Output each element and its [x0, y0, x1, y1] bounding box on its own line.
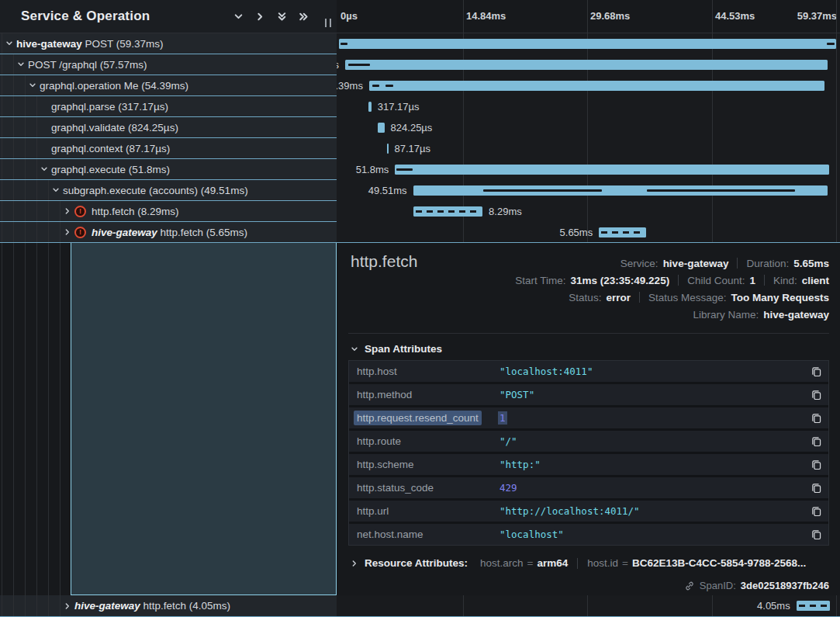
link-icon[interactable]	[684, 581, 695, 591]
span-attribute-row[interactable]: http.host"localhost:4011"	[349, 361, 828, 382]
chevron-right-icon[interactable]	[64, 207, 71, 215]
tree-row[interactable]: POST /graphql (57.57ms)	[0, 54, 337, 75]
waterfall-row: 824.25µs	[337, 117, 840, 138]
attribute-value[interactable]: "http:"	[498, 458, 542, 471]
attribute-key[interactable]: http.request.resend_count	[354, 411, 482, 425]
attribute-key[interactable]: http.url	[354, 504, 392, 518]
attribute-key[interactable]: net.host.name	[354, 527, 427, 542]
selected-span-expansion	[71, 243, 337, 595]
indent-guide	[25, 222, 26, 242]
copy-icon[interactable]	[811, 435, 822, 447]
span-attribute-row[interactable]: http.method"POST"	[349, 384, 828, 405]
attribute-key[interactable]: http.host	[354, 364, 400, 379]
attribute-key[interactable]: http.status_code	[354, 480, 437, 495]
attribute-value[interactable]: "/"	[498, 435, 519, 448]
chevron-right-icon[interactable]	[64, 602, 71, 610]
span-label: hive-gateway http.fetch (5.65ms)	[92, 227, 247, 238]
indent-guide	[2, 138, 2, 158]
chevron-down-icon[interactable]	[29, 81, 36, 89]
indent-guide	[36, 138, 37, 158]
indent-guide	[13, 180, 14, 200]
span-bar[interactable]	[345, 60, 828, 70]
span-attribute-row[interactable]: http.url"http://localhost:4011/"	[349, 501, 828, 522]
span-attribute-row[interactable]: net.host.name"localhost"	[349, 524, 828, 545]
chevron-down-icon[interactable]	[52, 186, 60, 194]
copy-icon[interactable]	[811, 459, 822, 470]
span-attribute-row[interactable]: http.scheme"http:"	[349, 454, 828, 475]
self-time-mark	[396, 168, 413, 171]
tree-row[interactable]: graphql.context (87.17µs)	[0, 138, 337, 159]
span-bar[interactable]	[413, 206, 483, 217]
gridline	[836, 595, 837, 616]
panel-resize-handle[interactable]	[325, 19, 331, 27]
indent-guide	[13, 96, 14, 116]
attribute-key[interactable]: http.scheme	[354, 457, 417, 472]
span-attributes-header[interactable]: Span Attributes	[351, 343, 442, 355]
tree-row[interactable]: graphql.parse (317.17µs)	[0, 96, 337, 117]
span-bar[interactable]	[369, 81, 824, 91]
span-bar[interactable]	[599, 227, 646, 237]
indent-guide	[25, 243, 26, 595]
tree-row[interactable]: graphql.validate (824.25µs)	[0, 117, 337, 138]
metadata-line: Start Time:31ms (23:35:49.225)Child Coun…	[515, 272, 829, 289]
copy-icon[interactable]	[811, 482, 822, 494]
copy-icon[interactable]	[811, 389, 822, 400]
tree-row[interactable]: !hive-gateway http.fetch (5.65ms)	[0, 222, 337, 243]
metadata-value: error	[606, 292, 631, 303]
indent-guide	[2, 222, 2, 242]
duration-label: 5.65ms	[546, 227, 593, 238]
chevron-down-icon[interactable]	[233, 12, 244, 22]
chevron-down-icon[interactable]	[17, 61, 25, 68]
span-bar[interactable]	[797, 601, 831, 611]
chevron-down-icon[interactable]	[5, 40, 13, 47]
attribute-key[interactable]: http.route	[354, 434, 404, 449]
tree-row[interactable]: !http.fetch (8.29ms)	[0, 201, 337, 222]
metadata-label: Library Name:	[693, 309, 759, 321]
waterfall-row: 317.17µs	[337, 96, 840, 117]
span-bar[interactable]	[378, 123, 385, 133]
double-chevron-right-icon[interactable]	[299, 12, 309, 22]
attribute-value[interactable]: 1	[498, 411, 507, 425]
span-bar[interactable]	[387, 144, 389, 154]
chevron-down-icon[interactable]	[351, 345, 358, 353]
chevron-down-icon[interactable]	[40, 165, 48, 173]
divider	[764, 275, 765, 286]
attribute-value[interactable]: "localhost:4011"	[498, 365, 594, 378]
tree-row[interactable]: graphql.execute (51.8ms)	[0, 159, 337, 180]
chevron-right-icon[interactable]	[255, 12, 265, 22]
attribute-value[interactable]: "POST"	[498, 388, 536, 401]
indent-guide	[2, 180, 2, 200]
tree-row[interactable]: graphql.operation Me (54.39ms)	[0, 75, 337, 96]
error-icon: !	[74, 206, 86, 217]
span-bar[interactable]	[413, 185, 828, 196]
divider	[639, 292, 640, 303]
resource-attributes-row[interactable]: Resource Attributes: host.arch=arm64host…	[351, 557, 828, 569]
attribute-key[interactable]: http.method	[354, 387, 415, 402]
double-chevron-down-icon[interactable]	[277, 12, 287, 22]
tree-row[interactable]: hive-gateway http.fetch (4.05ms)	[0, 595, 337, 617]
chevron-right-icon[interactable]	[64, 228, 71, 236]
indent-guide	[2, 117, 2, 137]
span-bar[interactable]	[368, 102, 371, 112]
indent-guide	[13, 243, 14, 595]
span-attribute-row[interactable]: http.request.resend_count1	[349, 407, 828, 428]
tree-row[interactable]: hive-gateway POST (59.37ms)	[0, 33, 337, 54]
metadata-line: Library Name:hive-gateway	[693, 306, 829, 323]
span-attribute-row[interactable]: http.status_code429	[349, 477, 828, 498]
attribute-value[interactable]: "localhost"	[498, 528, 565, 541]
indent-guide	[13, 54, 14, 75]
copy-icon[interactable]	[811, 366, 822, 377]
tree-row[interactable]: subgraph.execute (accounts) (49.51ms)	[0, 180, 337, 201]
copy-icon[interactable]	[811, 412, 822, 424]
span-bar[interactable]	[395, 165, 828, 175]
span-attribute-row[interactable]: http.route"/"	[349, 431, 828, 452]
span-id-label: SpanID:	[700, 580, 736, 591]
span-bar[interactable]	[339, 39, 836, 49]
chevron-right-icon[interactable]	[351, 560, 358, 567]
attribute-value[interactable]: 429	[498, 481, 519, 494]
equals-sign: =	[622, 557, 628, 569]
copy-icon[interactable]	[811, 529, 822, 540]
indent-guide	[48, 595, 49, 616]
attribute-value[interactable]: "http://localhost:4011/"	[498, 504, 641, 518]
copy-icon[interactable]	[811, 505, 822, 517]
